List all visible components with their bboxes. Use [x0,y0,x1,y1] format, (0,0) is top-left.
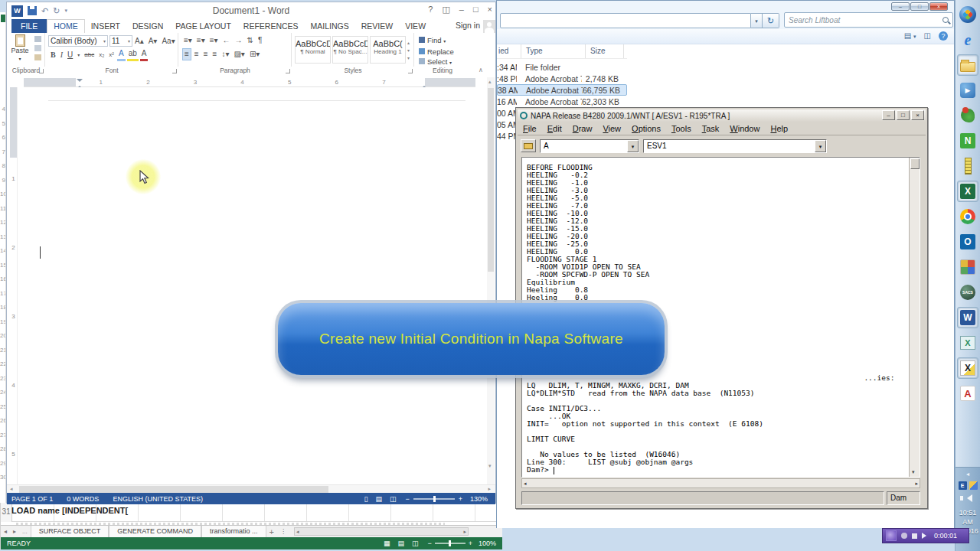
help-icon[interactable]: ? [939,31,948,41]
explorer-search-box[interactable]: Search Liftboat [784,12,953,28]
taskbar-item-tiles-app[interactable] [957,256,978,278]
sign-in-link[interactable]: Sign in [456,21,480,30]
explorer-restore-button[interactable]: □ [910,2,929,11]
ribbon-tab[interactable]: DESIGN [126,20,169,33]
increase-indent-button[interactable]: → [234,35,244,46]
menu-item[interactable]: Tools [666,124,697,133]
taskbar-item-file-explorer[interactable] [957,54,978,76]
find-button[interactable]: Find ▾ [419,35,471,47]
file-row[interactable]: :34 AM File folder [497,61,627,73]
taskbar-item-ruler-app[interactable] [957,155,978,177]
strikethrough-button[interactable]: abc [83,50,96,60]
dialog-launcher-icon[interactable] [172,69,177,73]
font-size-combobox[interactable]: 11▾ [109,35,132,47]
tray-shield-icon[interactable] [969,481,978,490]
ribbon-tab[interactable]: REFERENCES [237,20,305,33]
version-combobox[interactable]: ESV1 ▾ [643,139,827,153]
taskbar-item-parrot-app[interactable] [957,105,978,126]
excel-zoom-in-button[interactable]: + [469,540,472,547]
taskbar-item-cad-app[interactable]: X [957,357,978,379]
copy-icon[interactable] [34,45,41,51]
language-indicator[interactable]: ENGLISH (UNITED STATES) [113,495,203,503]
word-vertical-scrollbar[interactable]: ▴ ▾ [487,77,495,484]
dialog-launcher-icon[interactable] [408,69,413,73]
record-button[interactable] [901,533,907,539]
ribbon-tab[interactable]: PAGE LAYOUT [169,20,237,33]
stop-button[interactable] [912,533,917,539]
menu-item[interactable]: Draw [567,124,598,133]
volume-icon[interactable] [963,494,972,502]
ribbon-tab[interactable]: REVIEW [355,20,399,33]
scrollbar-thumb[interactable] [910,158,920,169]
address-input[interactable] [500,13,751,28]
ribbon-tab[interactable]: VIEW [399,20,432,33]
customize-qat-icon[interactable]: ▾ [64,8,67,14]
collapse-ribbon-icon[interactable]: ∧ [471,67,491,77]
cut-icon[interactable] [34,36,41,42]
multilevel-list-button[interactable]: ≡▾ [208,35,220,46]
word-restore-button[interactable]: □ [473,5,479,15]
horizontal-ruler[interactable]: 1234567 [24,78,475,87]
align-left-button[interactable]: ≡ [182,48,191,60]
style-card[interactable]: AaBbC( Heading 1 [370,36,406,64]
ribbon-tab[interactable]: MAILINGS [305,20,355,33]
scroll-up-icon[interactable]: ▴ [488,79,492,85]
menu-item[interactable]: Options [626,124,666,133]
napa-minimize-button[interactable]: – [882,110,895,120]
numbering-button[interactable]: ≡▾ [195,35,207,46]
align-center-button[interactable]: ≡ [193,49,201,60]
avatar[interactable] [483,20,495,33]
combo-dropdown-icon[interactable]: ▾ [627,140,639,152]
ribbon-tab[interactable]: HOME [47,19,85,33]
taskbar-item-notes-app[interactable]: N [957,130,978,152]
change-case-button[interactable]: Aa▾ [160,36,176,47]
sheet-nav-left-icon[interactable]: ◂ [1,528,10,535]
superscript-button[interactable]: x² [107,50,116,60]
document-page[interactable] [18,87,489,484]
start-menu-button[interactable] [957,4,978,25]
scroll-right-icon[interactable]: ▸ [915,481,918,487]
word-logo-icon[interactable]: W [11,5,23,17]
zoom-slider[interactable] [413,498,455,500]
preview-pane-icon[interactable]: ◫ [924,31,931,41]
word-title-bar[interactable]: W ↶ ↻ ▾ Document1 - Word ? ◫ – □ × [7,2,495,19]
console-horizontal-scrollbar[interactable]: ◂ ▸ [521,478,920,488]
napa-restore-button[interactable]: □ [897,110,910,120]
explorer-minimize-button[interactable]: – [891,2,910,11]
scroll-right-icon[interactable]: ▸ [464,529,467,535]
taskbar-item-sacs[interactable]: SACS [957,282,978,303]
undo-button[interactable]: ↶ [41,6,48,16]
sort-button[interactable]: ⇅ [246,35,255,46]
tray-expand-arrow-icon[interactable]: ◂ [956,471,980,478]
word-count[interactable]: 0 WORDS [67,495,99,503]
scroll-left-icon[interactable]: ◂ [10,486,13,492]
line-spacing-button[interactable]: ↕▾ [220,49,230,60]
styles-scroll-up-icon[interactable]: ▴ [407,40,410,45]
address-dropdown-icon[interactable]: ▾ [751,13,763,28]
sheet-tab[interactable]: GENERATE COMMAND [109,526,201,537]
underline-arrow-icon[interactable]: ▾ [76,50,81,60]
shading-button[interactable]: ▨▾ [232,49,246,60]
file-row[interactable]: 16 AM Adobe Acrobat 7.... 62,303 KB [497,96,627,107]
sheet-horizontal-scrollbar[interactable]: ◂ ▸ [294,527,469,536]
style-card[interactable]: AaBbCcDc ¶ Normal [295,36,331,64]
scroll-down-icon[interactable]: ▾ [912,469,915,475]
sheet-tab[interactable]: SURFACE OBJECT [31,526,109,537]
justify-button[interactable]: ≡ [211,49,219,60]
save-button[interactable] [28,6,37,15]
taskbar-item-excel[interactable]: X [957,181,978,202]
file-row[interactable]: 38 AM Adobe Acrobat 7.... 66,795 KB [497,84,627,96]
ribbon-tab[interactable]: FILE [11,19,47,33]
shrink-font-button[interactable]: A▾ [147,36,159,47]
sheet-tab-menu-icon[interactable]: ⋮ [277,528,289,535]
highlight-button[interactable]: ab [127,48,139,61]
scroll-right-icon[interactable]: ▸ [488,486,491,492]
menu-item[interactable]: Task [697,124,725,133]
napa-close-button[interactable]: × [911,110,924,120]
refresh-icon[interactable]: ↻ [763,13,779,28]
column-header-type[interactable]: Type [521,44,586,58]
word-minimize-button[interactable]: – [459,5,464,15]
file-row[interactable]: :48 PM Adobe Acrobat 7.... 2,748 KB [497,73,627,84]
text-effects-button[interactable]: A [117,48,126,61]
taskbar-item-chrome[interactable] [957,206,978,227]
